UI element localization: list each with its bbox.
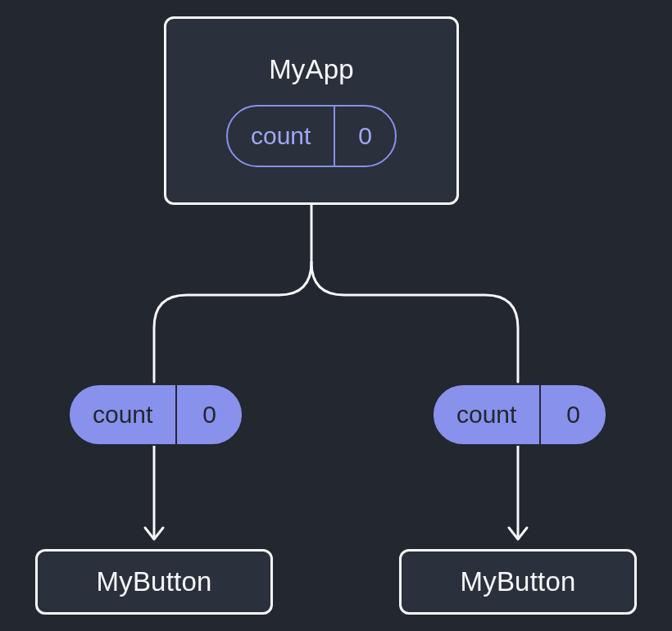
prop-name: count	[70, 385, 175, 444]
root-component-node: MyApp count 0	[164, 16, 459, 205]
child-component-title: MyButton	[97, 566, 212, 597]
root-component-title: MyApp	[269, 54, 354, 85]
child-component-title: MyButton	[461, 566, 576, 597]
component-tree-diagram: MyApp count 0 count 0 count 0 MyButton M…	[0, 0, 672, 631]
prop-name: count	[434, 385, 539, 444]
root-state-pill: count 0	[226, 105, 397, 167]
child-component-node-right: MyButton	[399, 549, 637, 615]
prop-value: 0	[541, 385, 606, 444]
prop-pill-left: count 0	[68, 384, 243, 446]
child-component-node-left: MyButton	[35, 549, 273, 615]
prop-value: 0	[177, 385, 242, 444]
state-value: 0	[335, 107, 395, 166]
state-name: count	[228, 107, 334, 166]
prop-pill-right: count 0	[432, 384, 607, 446]
